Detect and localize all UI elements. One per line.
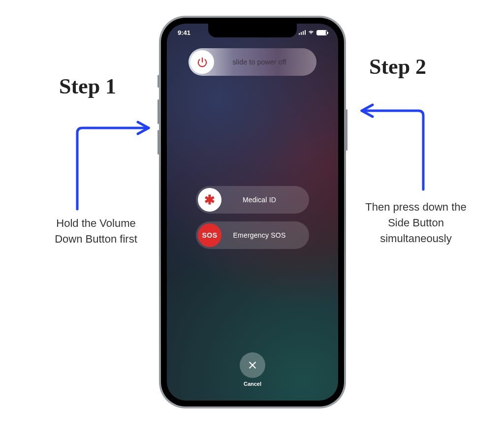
cancel-button[interactable] [240,352,265,378]
side-button[interactable] [346,109,347,151]
step1-text: Hold the Volume Down Button first [49,216,143,247]
mute-switch[interactable] [158,75,159,88]
status-right [299,29,328,36]
step2-arrow [349,86,441,192]
medical-id-slider[interactable]: ✱ Medical ID [196,186,309,214]
emergency-sos-label: Emergency SOS [221,231,307,239]
battery-icon [316,30,327,35]
iphone-bezel: 9:41 slide to power off [161,18,344,406]
step1-heading: Step 1 [59,74,116,99]
iphone-frame: 9:41 slide to power off [159,16,346,408]
cancel-group: Cancel [240,352,265,387]
power-off-slider[interactable]: slide to power off [189,48,316,76]
step1-arrow [70,106,161,212]
cancel-label: Cancel [244,381,261,387]
sos-icon[interactable]: SOS [198,223,221,247]
status-time: 9:41 [178,29,190,36]
close-icon [248,360,257,370]
power-off-label: slide to power off [214,58,315,66]
power-icon[interactable] [190,50,214,74]
cellular-signal-icon [299,30,306,35]
medical-asterisk-icon[interactable]: ✱ [198,188,221,212]
wifi-icon [308,29,315,36]
step2-heading: Step 2 [369,54,426,79]
iphone-notch [208,24,297,37]
iphone-screen: 9:41 slide to power off [167,24,338,401]
medical-id-label: Medical ID [221,196,307,204]
emergency-sos-slider[interactable]: SOS Emergency SOS [196,221,309,249]
step2-text: Then press down the Side Button simultan… [364,199,468,247]
